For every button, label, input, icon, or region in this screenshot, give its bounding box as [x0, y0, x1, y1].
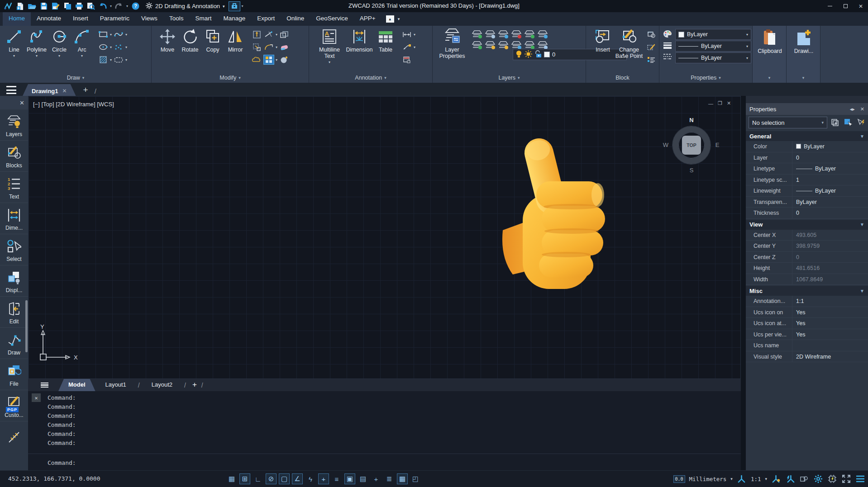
ribbon-layer-lock-icon[interactable]	[510, 29, 523, 39]
property-value[interactable]: 1067.8649	[792, 274, 868, 285]
revision-cloud-tool-icon[interactable]	[113, 55, 124, 65]
clipboard-button[interactable]: Clipboard	[756, 28, 784, 54]
status-toggle-ortho-mode[interactable]: ∟	[253, 473, 263, 484]
property-value[interactable]: 481.6516	[792, 263, 868, 274]
redo-caret-icon[interactable]: ▾	[125, 4, 129, 8]
leader-caret-icon[interactable]: ▾	[414, 45, 415, 49]
compass-north[interactable]: N	[688, 117, 695, 123]
units-caret-icon[interactable]: ▾	[730, 477, 733, 481]
property-value[interactable]: ByLayer	[792, 185, 868, 196]
ellipse-caret-icon[interactable]: ▾	[110, 45, 112, 49]
dock-palette-icon[interactable]: ◂▸	[850, 106, 855, 112]
selection-preview-icon[interactable]	[799, 474, 809, 484]
selection-filter-select[interactable]: No selection ▾	[749, 117, 827, 128]
status-toggle-object-snap[interactable]: ▢	[279, 473, 290, 484]
section-header-view[interactable]: View▼	[746, 220, 868, 230]
property-value[interactable]: Yes	[792, 329, 868, 340]
property-value[interactable]	[792, 340, 868, 351]
leader-tool-icon[interactable]	[401, 42, 412, 52]
change-base-point-button[interactable]: Change Base Point	[615, 27, 644, 73]
explode-tool-icon[interactable]	[279, 55, 290, 65]
draw-panel-footer[interactable]: Draw▾	[0, 73, 151, 83]
line-button[interactable]: Line ▾	[3, 27, 25, 73]
undo-caret-icon[interactable]: ▾	[109, 4, 113, 8]
property-value[interactable]: 2D Wireframe	[792, 351, 868, 362]
sidebar-item-displ[interactable]: Displ...	[0, 265, 28, 297]
menu-tab-home[interactable]: Home	[3, 12, 31, 26]
annotation-scale-value[interactable]: 1:1	[751, 476, 761, 482]
toolbar-caret-icon[interactable]: ▾	[240, 4, 245, 8]
compass-east[interactable]: E	[714, 142, 721, 148]
trim-tool-icon[interactable]	[263, 29, 274, 39]
trim-caret-icon[interactable]: ▾	[276, 33, 277, 37]
view-cube-compass[interactable]: N S W E TOP	[660, 113, 723, 177]
file-tabs-menu-icon[interactable]	[6, 86, 16, 94]
table-small-tool-icon[interactable]	[401, 55, 412, 65]
layers-panel-footer[interactable]: Layers▾	[433, 73, 586, 83]
array-caret-icon[interactable]: ▾	[276, 58, 277, 62]
menu-tab-geoservice[interactable]: GeoService	[310, 12, 354, 26]
property-value[interactable]: 1	[792, 175, 868, 185]
spline-caret-icon[interactable]: ▾	[125, 33, 127, 37]
annotation-autoscale-icon[interactable]	[785, 474, 795, 484]
point-caret-icon[interactable]: ▾	[125, 45, 127, 49]
revision-cloud-caret-icon[interactable]: ▾	[125, 58, 127, 62]
select-objects-icon[interactable]	[844, 118, 853, 127]
fillet-tool-icon[interactable]	[263, 42, 274, 52]
tab-layout2[interactable]: Layout2	[142, 379, 182, 391]
status-toggle-selection-cycling[interactable]: ▣	[344, 473, 355, 484]
status-toggle-transparency[interactable]: ≡	[331, 473, 342, 484]
viewport-controls-label[interactable]: [−] [Top] [2D Wireframe] [WCS]	[33, 101, 114, 108]
lineweight-icon[interactable]	[662, 40, 673, 50]
polyline-caret-icon[interactable]: ▾	[36, 54, 38, 58]
define-attribute-tool-icon[interactable]	[646, 29, 657, 39]
offset-tool-icon[interactable]	[279, 29, 290, 39]
sidebar-item-file[interactable]: File	[0, 359, 28, 390]
viewport-restore-icon[interactable]: ❐	[718, 100, 722, 106]
app-logo-icon[interactable]	[3, 1, 14, 11]
multiline-text-button[interactable]: A Multiline Text ▾	[315, 27, 344, 73]
lineweight-value-box[interactable]: 0.0	[673, 475, 685, 483]
polyline-button[interactable]: Polyline ▾	[26, 27, 48, 73]
drawing-canvas[interactable]: [−] [Top] [2D Wireframe] [WCS] — ❐ ✕ N S…	[28, 96, 741, 379]
toggle-pickadd-icon[interactable]	[856, 118, 865, 127]
line-caret-icon[interactable]: ▾	[13, 54, 15, 58]
status-toggle-object-snap-tracking[interactable]: ∠	[292, 473, 303, 484]
property-value[interactable]: Yes	[792, 318, 868, 329]
status-toggle-grid-display[interactable]: ▦	[226, 473, 237, 484]
ribbon-layer-match-icon[interactable]	[536, 29, 549, 39]
linetype-icon[interactable]	[662, 52, 673, 61]
viewport-close-icon[interactable]: ✕	[727, 100, 731, 106]
workspace-switcher[interactable]: 2D Drafting & Annotation ▾	[146, 2, 225, 10]
array-tool-icon[interactable]	[263, 55, 274, 65]
arc-caret-icon[interactable]: ▾	[81, 54, 83, 58]
sidebar-item-edit[interactable]: Edit	[0, 297, 28, 328]
property-value[interactable]: ByLayer	[792, 163, 868, 174]
compass-top-face[interactable]: TOP	[682, 136, 701, 155]
section-collapse-icon[interactable]: ▼	[860, 134, 864, 139]
compass-south[interactable]: S	[688, 167, 695, 174]
workspace-caret-icon[interactable]: ▾	[223, 4, 225, 9]
status-toggle-annotation-autoscale[interactable]: ≣	[384, 473, 395, 484]
status-toggle-lineweight-display[interactable]: +	[318, 473, 329, 484]
hatch-caret-icon[interactable]: ▾	[110, 58, 112, 62]
circle-button[interactable]: Circle ▾	[48, 27, 70, 73]
color-palette-icon[interactable]	[662, 29, 673, 39]
fillet-caret-icon[interactable]: ▾	[276, 45, 277, 49]
minimize-button[interactable]	[826, 3, 834, 10]
hardware-acceleration-icon[interactable]	[827, 474, 837, 484]
status-toggle-quick-properties[interactable]: ▤	[358, 473, 368, 484]
lineweight-control[interactable]: ByLayer ▾	[675, 41, 751, 52]
section-header-misc[interactable]: Misc▼	[746, 286, 868, 296]
status-toggle-annotation-scale-sync[interactable]: ▦	[397, 473, 408, 484]
menu-tab-tools[interactable]: Tools	[163, 12, 190, 26]
new-file-button[interactable]	[15, 1, 26, 11]
status-toggle-clean-screen[interactable]: ◰	[410, 473, 421, 484]
annotation-scale-caret-icon[interactable]: ▾	[765, 477, 767, 481]
quick-select-icon[interactable]	[831, 118, 840, 127]
rotate-button[interactable]: Rotate	[179, 27, 201, 73]
insert-button[interactable]: Insert	[592, 27, 614, 73]
ellipse-tool-icon[interactable]	[98, 42, 109, 52]
sidebar-item-custo[interactable]: PGPCusto...	[0, 390, 28, 421]
sidebar-item-blocks[interactable]: Blocks	[0, 141, 28, 172]
